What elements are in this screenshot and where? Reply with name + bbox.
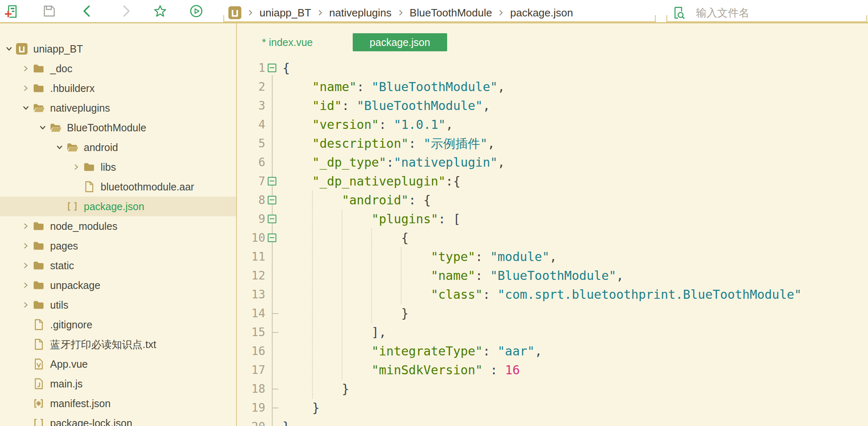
line-number: 16 (238, 342, 265, 361)
vue-icon (32, 357, 47, 371)
tree-item-label: nativeplugins (50, 102, 110, 114)
code-line-text[interactable]: } (282, 380, 349, 399)
code-line-text[interactable]: ], (282, 323, 386, 342)
fold-end-mark (272, 313, 278, 314)
tree-item--.txt[interactable]: 蓝牙打印必读知识点.txt (0, 334, 236, 354)
chevron-right-icon[interactable] (21, 300, 32, 310)
chevron-right-icon[interactable] (21, 221, 32, 231)
code-line-text[interactable]: "android": { (282, 191, 431, 210)
code-line-text[interactable]: } (282, 417, 290, 426)
code-line-text[interactable]: } (282, 304, 409, 323)
gutter-cell (265, 229, 282, 247)
fold-toggle-icon[interactable] (268, 234, 276, 242)
code-line-text[interactable]: "name": "BlueToothModule", (282, 78, 505, 96)
line-number: 15 (238, 323, 265, 342)
tab-package-json[interactable]: package.json (353, 33, 447, 51)
code-area[interactable]: 1{2 "name": "BlueToothModule",3 "id": "B… (238, 59, 868, 426)
tree-item-label: .gitignore (50, 319, 92, 331)
fold-toggle-icon[interactable] (268, 177, 276, 186)
tree-item-bluetoothmodule.aar[interactable]: bluetoothmodule.aar (0, 177, 236, 197)
chevron-down-icon[interactable] (55, 142, 66, 152)
tree-item-manifest.json[interactable]: manifest.json (0, 394, 236, 413)
breadcrumb-item[interactable]: package.json (510, 7, 573, 19)
new-file-button[interactable] (3, 3, 20, 19)
code-line-text[interactable]: } (282, 399, 319, 417)
tree-item-unpackage[interactable]: unpackage (0, 275, 236, 295)
gutter-cell (265, 247, 282, 266)
code-line-text[interactable]: "minSdkVersion" : 16 (282, 361, 520, 380)
breadcrumb-item[interactable]: BlueToothModule (410, 7, 492, 19)
code-line-2: 2 "name": "BlueToothModule", (238, 78, 868, 96)
code-line-text[interactable]: "_dp_type":"nativeplugin", (282, 153, 505, 172)
tree-item-app.vue[interactable]: App.vue (0, 354, 236, 374)
code-line-15: 15 ], (238, 323, 868, 342)
uniapp-logo-icon[interactable] (227, 5, 242, 20)
chevron-right-icon[interactable] (21, 280, 32, 290)
favorites-button[interactable] (152, 3, 168, 19)
play-circle-icon (188, 3, 204, 19)
file-icon (32, 318, 47, 331)
folder-icon (32, 82, 47, 95)
tree-item-libs[interactable]: libs (0, 157, 236, 177)
code-line-text[interactable]: "description": "示例插件", (282, 134, 495, 153)
line-number: 20 (238, 417, 265, 426)
file-search-icon (671, 5, 686, 20)
chevron-right-icon[interactable] (21, 241, 32, 251)
code-line-text[interactable]: "type": "module", (282, 247, 557, 266)
fold-toggle-icon[interactable] (268, 64, 276, 72)
tree-item-.gitignore[interactable]: .gitignore (0, 315, 236, 334)
save-button[interactable] (41, 3, 57, 19)
forward-button[interactable] (117, 3, 134, 19)
tree-item-bluetoothmodule[interactable]: BlueToothModule (0, 118, 236, 137)
breadcrumb-item[interactable]: nativeplugins (329, 7, 392, 19)
folder-open-icon (32, 101, 47, 115)
code-line-text[interactable]: "id": "BlueToothModule", (282, 96, 490, 115)
chevron-right-icon[interactable] (71, 162, 83, 172)
tree-item-static[interactable]: static (0, 256, 236, 275)
file-search-input[interactable] (695, 6, 853, 20)
tree-item-nativeplugins[interactable]: nativeplugins (0, 98, 236, 118)
code-line-3: 3 "id": "BlueToothModule", (238, 96, 868, 115)
breadcrumb-item[interactable]: uniapp_BT (259, 7, 311, 19)
fold-toggle-icon[interactable] (268, 215, 276, 223)
tree-item-uniapp_bt[interactable]: uniapp_BT (0, 39, 236, 59)
code-line-7: 7 "_dp_nativeplugin":{ (238, 172, 868, 191)
chevron-down-icon[interactable] (4, 44, 15, 54)
line-number: 1 (238, 59, 265, 78)
tree-item-pages[interactable]: pages (0, 236, 236, 256)
tree-item-android[interactable]: android (0, 137, 236, 157)
manifest-icon (32, 397, 47, 410)
code-line-text[interactable]: "_dp_nativeplugin":{ (282, 172, 460, 191)
code-line-text[interactable]: "version": "1.0.1", (282, 115, 453, 134)
code-line-18: 18 } (238, 380, 868, 399)
chevron-right-icon[interactable] (21, 83, 32, 93)
code-line-text[interactable]: "name": "BlueToothModule", (282, 266, 624, 285)
chevron-down-icon[interactable] (38, 123, 49, 133)
folder-icon (32, 259, 47, 272)
fold-toggle-icon[interactable] (268, 196, 276, 204)
tree-item-.hbuilderx[interactable]: .hbuilderx (0, 78, 236, 98)
code-line-text[interactable]: { (282, 59, 290, 78)
code-line-text[interactable]: "class": "com.sprt.bluetoothprint.BlueTo… (282, 285, 801, 304)
line-number: 2 (238, 78, 265, 96)
tree-item-node_modules[interactable]: node_modules (0, 216, 236, 236)
tree-item-package-lock.json[interactable]: package-lock.json (0, 413, 236, 426)
tab-index-vue[interactable]: * index.vue (262, 33, 313, 51)
breadcrumb-separator-icon (397, 8, 405, 17)
tree-item-_doc[interactable]: _doc (0, 59, 236, 78)
run-button[interactable] (188, 3, 204, 19)
code-line-1: 1{ (238, 59, 868, 78)
folder-icon (32, 239, 47, 252)
code-line-text[interactable]: "integrateType": "aar", (282, 342, 542, 361)
tree-item-utils[interactable]: utils (0, 295, 236, 315)
line-number: 10 (238, 229, 265, 247)
code-line-text[interactable]: "plugins": [ (282, 210, 461, 229)
tree-item-label: utils (50, 299, 68, 311)
code-line-text[interactable]: { (282, 229, 409, 247)
chevron-right-icon[interactable] (21, 261, 32, 270)
back-button[interactable] (79, 3, 96, 19)
chevron-down-icon[interactable] (21, 103, 32, 113)
tree-item-package.json[interactable]: package.json (0, 197, 236, 216)
tree-item-main.js[interactable]: main.js (0, 374, 236, 394)
chevron-right-icon[interactable] (21, 64, 32, 73)
